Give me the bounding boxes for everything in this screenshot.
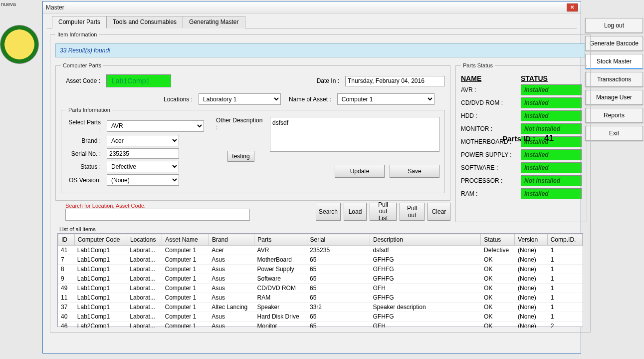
locations-label: Locations : <box>164 96 196 103</box>
col-asset-name[interactable]: Asset Name <box>162 234 209 246</box>
master-dialog: Master ✕ Computer PartsTools and Consuma… <box>42 1 581 354</box>
status-row: AVR :Installed <box>461 84 582 95</box>
testing-button[interactable]: testing <box>227 151 254 162</box>
tab-tools-and-consumables[interactable]: Tools and Consumables <box>106 16 183 28</box>
table-row[interactable]: 40Lab1Comp1Laborat...Computer 1AsusHard … <box>58 312 583 322</box>
other-description-input[interactable]: dsfsdf <box>270 117 439 152</box>
table-row[interactable]: 41Lab1Comp1Laborat...Computer 1AcerAVR23… <box>58 246 583 255</box>
status-value: Installed <box>521 110 582 121</box>
status-name: MONITOR : <box>461 125 521 132</box>
save-button[interactable]: Save <box>390 165 439 178</box>
status-value: Not Installed <box>521 123 582 134</box>
table-row[interactable]: 7Lab1Comp1Laborat...Computer 1AsusMother… <box>58 255 583 265</box>
asset-code-value: Lab1Comp1 <box>106 74 171 87</box>
brand-select[interactable]: Acer <box>107 135 179 146</box>
clear-button[interactable]: Clear <box>428 203 450 221</box>
col-comp-id-[interactable]: Comp.ID. <box>547 234 582 246</box>
col-computer-code[interactable]: Computer Code <box>74 234 127 246</box>
table-row[interactable]: 9Lab1Comp1Laborat...Computer 1AsusSoftwa… <box>58 274 583 284</box>
date-in-label: Date In : <box>317 77 342 84</box>
col-locations[interactable]: Locations <box>127 234 162 246</box>
parts-status-legend: Parts Status <box>461 62 495 68</box>
select-parts-label: Select Parts : <box>66 119 104 133</box>
status-value: Installed <box>521 188 582 199</box>
col-serial[interactable]: Serial <box>307 234 370 246</box>
tab-generating-master[interactable]: Generating Master <box>183 16 245 28</box>
status-value: Installed <box>521 97 582 108</box>
bg-menu-transactions[interactable]: Transactions <box>585 72 643 87</box>
status-name: RAM : <box>461 190 521 197</box>
item-information-fieldset: Item Information 33 Result(s) found! Com… <box>50 31 591 333</box>
col-version[interactable]: Version <box>515 234 548 246</box>
window-title: Master <box>46 4 567 11</box>
table-row[interactable]: 11Lab1Comp1Laborat...Computer 1AsusRAM65… <box>58 293 583 303</box>
search-button[interactable]: Search <box>316 203 341 221</box>
status-name: PROCESSOR : <box>461 177 521 184</box>
bg-menu-exit[interactable]: Exit <box>585 126 643 141</box>
brand-label: Brand : <box>66 137 104 144</box>
bg-menu-reports[interactable]: Reports <box>585 108 643 123</box>
update-button[interactable]: Update <box>335 165 385 178</box>
bg-menu-log-out[interactable]: Log out <box>585 18 643 33</box>
status-select[interactable]: Defective <box>107 161 179 172</box>
name-of-asset-label: Name of Asset : <box>289 96 334 103</box>
pullout-button[interactable]: Pull out <box>400 203 425 221</box>
computer-parts-legend: Computer Parts <box>61 62 103 68</box>
other-description-label: Other Description : <box>216 117 266 131</box>
items-grid[interactable]: IDComputer CodeLocationsAsset NameBrandP… <box>57 233 583 327</box>
item-information-legend: Item Information <box>55 31 99 37</box>
status-row: CD/DVD ROM :Installed <box>461 97 582 108</box>
tab-row: Computer PartsTools and ConsumablesGener… <box>47 15 577 28</box>
locations-select[interactable]: Laboratory 1 <box>199 93 281 105</box>
asset-code-label: Asset Code : <box>61 77 103 84</box>
status-row: RAM :Installed <box>461 188 582 199</box>
status-label: Status : <box>66 163 104 170</box>
serial-input[interactable] <box>107 148 179 159</box>
status-name: SOFTWARE : <box>461 164 521 171</box>
search-input[interactable] <box>65 209 250 221</box>
col-status[interactable]: Status <box>481 234 515 246</box>
status-value: Installed <box>521 84 582 95</box>
table-row[interactable]: 46Lab2Comp1Laborat...Computer 1AsusMonit… <box>58 322 583 328</box>
load-button[interactable]: Load <box>344 203 367 221</box>
status-name: POWER SUPPLY : <box>461 151 521 158</box>
bg-menu-generate-barcode[interactable]: Generate Barcode <box>585 36 643 51</box>
tab-computer-parts[interactable]: Computer Parts <box>52 16 107 28</box>
status-name: HDD : <box>461 112 521 119</box>
search-hint: Search for Location, Asset Code. <box>65 203 250 209</box>
pullout-list-button[interactable]: Pull out List <box>370 203 397 221</box>
status-name: AVR : <box>461 86 521 93</box>
result-bar: 33 Result(s) found! <box>55 43 585 57</box>
background-menu: Log outGenerate BarcodeStock MasterTrans… <box>584 15 644 144</box>
status-value: Installed <box>521 149 582 160</box>
table-row[interactable]: 37Lab1Comp1Laborat...Computer 1Altec Lan… <box>58 303 583 312</box>
logo-icon <box>0 25 39 64</box>
status-row: MONITOR :Not Installed <box>461 123 582 134</box>
parts-information-legend: Parts Information <box>66 107 112 113</box>
os-version-label: OS Version: <box>66 177 104 184</box>
parts-information-fieldset: Parts Information Select Parts : AVR <box>61 107 445 193</box>
close-button[interactable]: ✕ <box>567 3 578 11</box>
parts-status-status-header: STATUS <box>521 74 548 82</box>
table-row[interactable]: 49Lab1Comp1Laborat...Computer 1AsusCD/DV… <box>58 284 583 293</box>
bg-menu-stock-master[interactable]: Stock Master <box>585 54 643 69</box>
select-parts-select[interactable]: AVR <box>107 120 204 132</box>
bg-menu-manage-user[interactable]: Manage User <box>585 90 643 105</box>
col-description[interactable]: Description <box>370 234 480 246</box>
parts-id-label: Parts ID : <box>502 134 535 143</box>
name-of-asset-select[interactable]: Computer 1 <box>337 93 434 105</box>
titlebar: Master ✕ <box>43 1 581 13</box>
date-in-input[interactable] <box>345 76 445 86</box>
status-value: Installed <box>521 162 582 173</box>
os-version-select[interactable]: (None) <box>107 174 179 186</box>
table-row[interactable]: 8Lab1Comp1Laborat...Computer 1AsusPower … <box>58 265 583 274</box>
parts-status-name-header: NAME <box>461 74 521 82</box>
status-value: Not Installed <box>521 175 582 186</box>
status-row: SOFTWARE :Installed <box>461 162 582 173</box>
status-row: HDD :Installed <box>461 110 582 121</box>
status-name: CD/DVD ROM : <box>461 99 521 106</box>
col-parts[interactable]: Parts <box>254 234 307 246</box>
col-brand[interactable]: Brand <box>209 234 254 246</box>
col-id[interactable]: ID <box>58 234 75 246</box>
list-of-all-items-label: List of all items <box>59 226 585 232</box>
